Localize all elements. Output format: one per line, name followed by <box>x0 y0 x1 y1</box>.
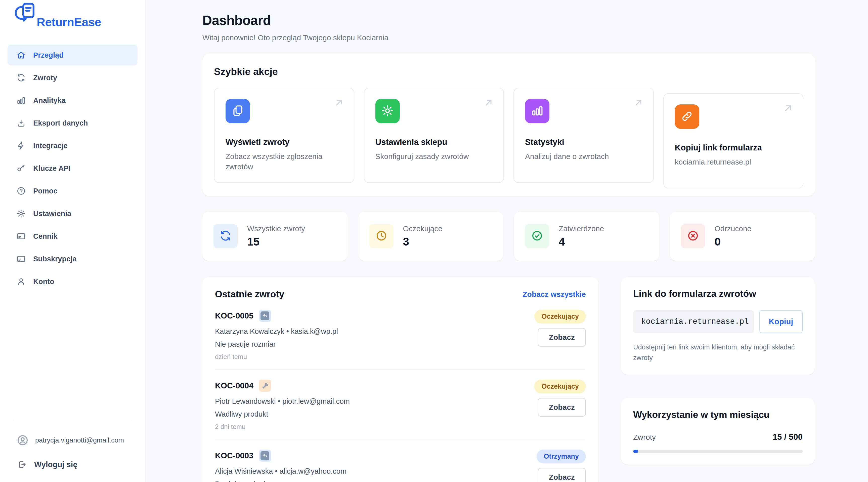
quick-action-card[interactable]: Statystyki Analizuj dane o zwrotach <box>514 88 654 183</box>
sidebar-user: patrycja.viganotti@gmail.com <box>7 434 137 446</box>
stat-label: Wszystkie zwroty <box>247 224 305 233</box>
return-tag-icon <box>259 450 271 462</box>
logout-button[interactable]: Wyloguj się <box>7 460 137 470</box>
stat-value: 3 <box>403 236 442 248</box>
arrow-up-right-icon <box>483 97 494 109</box>
return-customer: Alicja Wiśniewska • alicja.w@yahoo.com <box>215 467 346 476</box>
quick-actions-panel: Szybkie akcje Wyświetl zwroty Zobacz wsz… <box>203 54 815 196</box>
stat-value: 0 <box>715 236 751 248</box>
sidebar-item-label: Analityka <box>33 96 66 104</box>
sidebar-item-subskrypcja[interactable]: Subskrypcja <box>7 248 137 269</box>
quick-action-title: Statystyki <box>525 138 642 147</box>
sidebar-item-analityka[interactable]: Analityka <box>7 90 137 111</box>
return-list-item: KOC-0005 Katarzyna Kowalczyk • kasia.k@w… <box>215 300 586 369</box>
sidebar-item-label: Konto <box>33 277 54 286</box>
sidebar-item-icon <box>17 277 26 286</box>
sidebar: ReturnEase Przegląd Zwroty Analityka Eks… <box>0 0 145 482</box>
stat-texts: Oczekujące 3 <box>403 224 442 248</box>
status-badge: Otrzymany <box>536 450 586 463</box>
logout-icon <box>18 460 27 470</box>
returnease-logo-icon <box>13 2 39 27</box>
stat-texts: Zatwierdzone 4 <box>559 224 604 248</box>
status-badge: Oczekujący <box>534 380 586 393</box>
arrow-up-right-icon <box>633 97 644 109</box>
return-id: KOC-0003 <box>215 451 253 460</box>
stat-icon-tile <box>525 224 549 248</box>
arrow-up-right-icon <box>333 97 345 109</box>
view-all-link[interactable]: Zobacz wszystkie <box>523 290 586 299</box>
stat-label: Odrzucone <box>715 224 751 233</box>
return-actions: Oczekujący Zobacz <box>534 310 586 361</box>
return-id: KOC-0005 <box>215 311 253 321</box>
logout-label: Wyloguj się <box>34 460 78 469</box>
quick-action-icon-tile <box>225 99 250 123</box>
usage-progress-fill <box>633 450 638 453</box>
copy-link-button[interactable]: Kopiuj <box>760 310 803 333</box>
view-return-button[interactable]: Zobacz <box>538 468 586 482</box>
view-return-button[interactable]: Zobacz <box>538 398 586 417</box>
user-email: patrycja.viganotti@gmail.com <box>35 436 124 444</box>
sidebar-item-label: Klucze API <box>33 164 71 173</box>
main-content: Dashboard Witaj ponownie! Oto przegląd T… <box>203 0 815 482</box>
stat-icon <box>687 230 699 243</box>
sidebar-item-icon <box>17 96 26 105</box>
quick-action-description: kociarnia.returnease.pl <box>675 157 792 167</box>
sidebar-item-icon <box>17 164 26 173</box>
form-link-title: Link do formularza zwrotów <box>633 289 803 299</box>
return-tag-icon <box>259 310 271 322</box>
sidebar-item-label: Pomoc <box>33 187 58 195</box>
sidebar-nav: Przegląd Zwroty Analityka Eksport danych… <box>0 45 145 292</box>
sidebar-item-integracje[interactable]: Integracje <box>7 135 137 156</box>
stat-icon-tile <box>369 224 394 248</box>
brand-logo: ReturnEase <box>0 0 145 40</box>
return-actions: Otrzymany Zobacz <box>536 450 586 482</box>
usage-metric-label: Zwroty <box>633 433 656 442</box>
sidebar-item-pomoc[interactable]: Pomoc <box>7 181 137 201</box>
return-info: KOC-0005 Katarzyna Kowalczyk • kasia.k@w… <box>215 310 338 361</box>
recent-returns-title: Ostatnie zwroty <box>215 289 284 300</box>
sidebar-item-icon <box>17 119 26 127</box>
quick-action-description: Skonfiguruj zasady zwrotów <box>375 151 493 162</box>
sidebar-item-icon <box>17 209 26 218</box>
stat-texts: Odrzucone 0 <box>715 224 751 248</box>
sidebar-item-label: Subskrypcja <box>33 255 76 263</box>
return-id: KOC-0004 <box>215 381 253 390</box>
return-actions: Oczekujący Zobacz <box>534 380 586 431</box>
right-column: Link do formularza zwrotów kociarnia.ret… <box>621 277 815 482</box>
stat-label: Oczekujące <box>403 224 442 233</box>
quick-action-card[interactable]: Ustawienia sklepu Skonfiguruj zasady zwr… <box>364 88 504 183</box>
sidebar-item-konto[interactable]: Konto <box>7 271 137 292</box>
stat-card: Oczekujące 3 <box>358 212 504 261</box>
stat-value: 4 <box>559 236 604 248</box>
quick-action-icon-tile <box>675 104 699 129</box>
form-link-panel: Link do formularza zwrotów kociarnia.ret… <box>621 277 815 375</box>
quick-action-icon-tile <box>525 99 550 123</box>
sidebar-item-eksport-danych[interactable]: Eksport danych <box>7 113 137 133</box>
quick-action-card[interactable]: Kopiuj link formularza kociarnia.returne… <box>663 93 804 188</box>
view-return-button[interactable]: Zobacz <box>538 328 586 347</box>
sidebar-item-przegląd[interactable]: Przegląd <box>7 45 137 65</box>
recent-returns-panel: Ostatnie zwroty Zobacz wszystkie KOC-000… <box>203 277 598 482</box>
brand-name: ReturnEase <box>37 15 101 29</box>
stats-row: Wszystkie zwroty 15 Oczekujące 3 Zatwier… <box>203 212 815 261</box>
quick-action-icon <box>231 104 244 118</box>
sidebar-item-icon <box>17 254 26 263</box>
stat-icon <box>531 230 543 243</box>
returns-list: KOC-0005 Katarzyna Kowalczyk • kasia.k@w… <box>215 300 586 482</box>
sidebar-item-label: Eksport danych <box>33 119 88 127</box>
sidebar-item-ustawienia[interactable]: Ustawienia <box>7 203 137 224</box>
form-link-url-field[interactable]: kociarnia.returnease.pl <box>633 310 754 333</box>
sidebar-item-cennik[interactable]: Cennik <box>7 226 137 246</box>
quick-action-title: Wyświetl zwroty <box>225 138 343 147</box>
sidebar-footer: patrycja.viganotti@gmail.com Wyloguj się <box>0 420 145 482</box>
quick-action-card[interactable]: Wyświetl zwroty Zobacz wszystkie zgłosze… <box>214 88 354 183</box>
quick-action-icon-tile <box>375 99 400 123</box>
return-list-item: KOC-0003 Alicja Wiśniewska • alicja.w@ya… <box>215 440 586 482</box>
usage-title: Wykorzystanie w tym miesiącu <box>633 410 803 420</box>
usage-panel: Wykorzystanie w tym miesiącu Zwroty 15 /… <box>621 398 815 465</box>
return-reason: Nie pasuje rozmiar <box>215 340 338 349</box>
sidebar-item-zwroty[interactable]: Zwroty <box>7 67 137 88</box>
stat-card: Wszystkie zwroty 15 <box>203 212 348 261</box>
sidebar-item-klucze-api[interactable]: Klucze API <box>7 158 137 179</box>
usage-progress-track <box>633 450 803 453</box>
